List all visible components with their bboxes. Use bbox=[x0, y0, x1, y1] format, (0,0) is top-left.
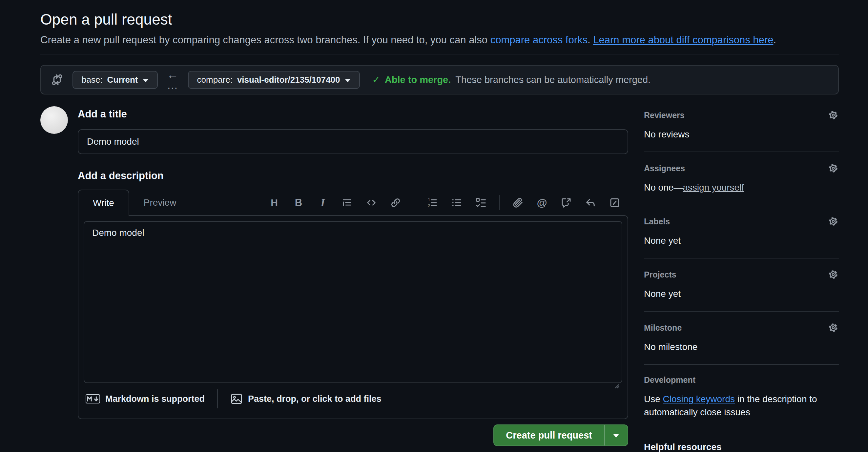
base-branch-selector[interactable]: base: Current bbox=[72, 71, 158, 89]
code-icon[interactable] bbox=[365, 195, 378, 210]
assignees-value: No one— bbox=[644, 182, 683, 193]
sidebar-section-projects: Projects None yet bbox=[644, 258, 839, 312]
page-title: Open a pull request bbox=[40, 10, 839, 28]
bullet-list-icon[interactable] bbox=[451, 195, 463, 210]
markdown-note-text: Markdown is supported bbox=[105, 394, 205, 404]
markdown-icon bbox=[86, 394, 100, 403]
cross-reference-icon[interactable] bbox=[560, 195, 572, 210]
subtitle-separator: . bbox=[588, 34, 593, 45]
learn-more-diff-link[interactable]: Learn more about diff comparisons here bbox=[593, 34, 773, 45]
helpful-resources-heading: Helpful resources bbox=[644, 442, 839, 452]
gear-icon[interactable] bbox=[828, 322, 839, 333]
mention-icon[interactable]: @ bbox=[536, 195, 548, 210]
gear-icon[interactable] bbox=[828, 216, 839, 227]
git-compare-icon bbox=[50, 73, 64, 87]
compare-branch-name: visual-editor/2135/107400 bbox=[237, 75, 340, 85]
development-heading: Development bbox=[644, 375, 695, 385]
create-pull-request-dropdown[interactable] bbox=[604, 425, 627, 446]
avatar bbox=[40, 106, 68, 134]
formatting-toolbar: H B I bbox=[268, 190, 628, 216]
gear-icon[interactable] bbox=[828, 269, 839, 280]
labels-heading: Labels bbox=[644, 217, 670, 226]
quote-icon[interactable] bbox=[341, 195, 353, 210]
markdown-supported-link[interactable]: Markdown is supported bbox=[86, 394, 205, 404]
development-text: Use bbox=[644, 394, 663, 404]
pr-description-textarea[interactable]: Demo model bbox=[84, 221, 622, 383]
italic-icon[interactable]: I bbox=[316, 195, 329, 210]
description-field-label: Add a description bbox=[78, 170, 628, 182]
sidebar-section-helpful-resources: Helpful resources GitHub Community Guide… bbox=[644, 431, 839, 452]
create-pull-request-split-button: Create pull request bbox=[493, 424, 628, 446]
editor-tabs: Write Preview H B I bbox=[78, 190, 628, 216]
gear-icon[interactable] bbox=[828, 163, 839, 174]
saved-replies-icon[interactable] bbox=[609, 195, 621, 210]
chevron-down-icon bbox=[613, 434, 619, 438]
gear-icon[interactable] bbox=[828, 109, 839, 121]
subtitle-period: . bbox=[773, 34, 776, 45]
bold-icon[interactable]: B bbox=[292, 195, 305, 210]
projects-value: None yet bbox=[644, 289, 839, 299]
assignees-heading: Assignees bbox=[644, 164, 685, 173]
compare-direction-arrow: ← … bbox=[167, 69, 179, 91]
title-field-label: Add a title bbox=[78, 108, 628, 120]
page-subtitle: Create a new pull request by comparing c… bbox=[40, 34, 839, 55]
compare-branch-selector[interactable]: compare: visual-editor/2135/107400 bbox=[188, 71, 360, 89]
reviewers-heading: Reviewers bbox=[644, 110, 685, 120]
assign-yourself-link[interactable]: assign yourself bbox=[683, 182, 744, 193]
compare-across-forks-link[interactable]: compare across forks bbox=[490, 34, 588, 45]
paste-note-text: Paste, drop, or click to add files bbox=[248, 394, 381, 404]
svg-text:1: 1 bbox=[428, 197, 430, 202]
attach-files-button[interactable]: Paste, drop, or click to add files bbox=[230, 393, 381, 405]
sidebar-section-assignees: Assignees No one—assign yourself bbox=[644, 152, 839, 205]
sidebar-section-milestone: Milestone No milestone bbox=[644, 312, 839, 365]
projects-heading: Projects bbox=[644, 270, 676, 280]
tab-preview[interactable]: Preview bbox=[129, 190, 191, 216]
heading-icon[interactable]: H bbox=[268, 195, 280, 210]
markdown-editor: Write Preview H B I bbox=[78, 190, 628, 419]
sidebar-section-reviewers: Reviewers No reviews bbox=[644, 105, 839, 152]
reviewers-value: No reviews bbox=[644, 129, 839, 140]
base-label: base: bbox=[82, 75, 103, 85]
chevron-down-icon bbox=[345, 79, 351, 82]
toolbar-divider bbox=[499, 195, 500, 210]
closing-keywords-link[interactable]: Closing keywords bbox=[663, 394, 735, 404]
open-pull-request-page: Open a pull request Create a new pull re… bbox=[0, 0, 868, 452]
link-icon[interactable] bbox=[390, 195, 402, 210]
editor-footer: Markdown is supported Paste, drop, or cl… bbox=[84, 384, 622, 413]
action-row: Create pull request bbox=[78, 424, 628, 446]
subtitle-text: Create a new pull request by comparing c… bbox=[40, 34, 490, 45]
editor-body: Demo model Markdown is supported bbox=[78, 215, 628, 419]
branch-compare-bar: base: Current ← … compare: visual-editor… bbox=[40, 65, 839, 94]
svg-text:2: 2 bbox=[428, 203, 430, 208]
chevron-down-icon bbox=[143, 79, 149, 82]
base-branch-name: Current bbox=[107, 75, 138, 85]
milestone-heading: Milestone bbox=[644, 323, 682, 333]
create-pull-request-button[interactable]: Create pull request bbox=[494, 425, 604, 446]
ellipsis-icon: … bbox=[167, 79, 179, 91]
labels-value: None yet bbox=[644, 235, 839, 246]
tab-write[interactable]: Write bbox=[78, 190, 129, 216]
check-icon: ✓ bbox=[372, 74, 380, 85]
paperclip-icon[interactable] bbox=[512, 195, 524, 210]
image-icon bbox=[230, 393, 243, 405]
pr-sidebar: Reviewers No reviews Assignees No one—as… bbox=[644, 105, 839, 452]
tasklist-icon[interactable] bbox=[475, 195, 487, 210]
merge-status-text: Able to merge. bbox=[385, 74, 451, 85]
pr-title-input[interactable] bbox=[78, 129, 628, 154]
toolbar-divider bbox=[414, 195, 414, 210]
numbered-list-icon[interactable]: 12 bbox=[426, 195, 439, 210]
footer-divider bbox=[217, 389, 218, 408]
milestone-value: No milestone bbox=[644, 342, 839, 352]
merge-status-detail: These branches can be automatically merg… bbox=[455, 74, 651, 85]
reply-icon[interactable] bbox=[584, 195, 597, 210]
sidebar-section-labels: Labels None yet bbox=[644, 205, 839, 258]
merge-status: ✓ Able to merge. These branches can be a… bbox=[372, 74, 651, 85]
compare-label: compare: bbox=[197, 75, 232, 85]
sidebar-section-development: Development Use Closing keywords in the … bbox=[644, 365, 839, 431]
